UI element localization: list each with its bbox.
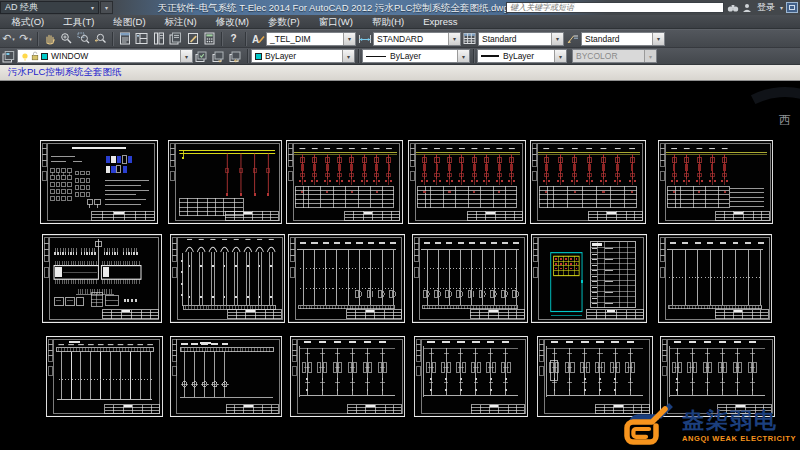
chevron-down-icon: ▾ <box>652 33 664 45</box>
table-style-combo[interactable]: Standard ▾ <box>478 32 564 46</box>
linetype-sample <box>366 56 386 57</box>
menu-item-4[interactable]: 标注(N) <box>155 15 206 29</box>
search-icon[interactable] <box>727 1 739 14</box>
color-value: ByLayer <box>265 51 296 61</box>
separator <box>247 49 248 63</box>
menu-item-9[interactable]: Express <box>414 15 467 29</box>
text-style-button[interactable]: A <box>250 31 266 47</box>
properties-palette-button[interactable] <box>117 31 133 47</box>
separator <box>358 49 359 63</box>
drawing-sheet-9 <box>288 234 405 323</box>
window-title: 天正软件-电气系统 T-Elec 2014 For AutoCAD 2012 污… <box>118 0 548 15</box>
dim-style-icon <box>358 32 372 45</box>
table-style-button[interactable] <box>462 31 478 47</box>
layer-properties-button[interactable] <box>1 48 17 64</box>
toolpalettes-icon <box>153 32 165 45</box>
login-label[interactable]: 登录 <box>755 1 777 14</box>
toolpalettes-button[interactable] <box>151 31 167 47</box>
layer-manager-icon <box>2 50 15 63</box>
zoom-previous-button[interactable] <box>93 31 109 47</box>
workspace-dropdown[interactable]: AD 经典 ▾ <box>0 1 99 14</box>
drawing-tab[interactable]: 污水PLC控制系统全套图纸 <box>0 66 121 79</box>
text-style-value: _TEL_DIM <box>270 34 311 44</box>
separator <box>37 32 38 46</box>
redo-icon: ↷ <box>19 32 28 45</box>
mleader-style-combo[interactable]: Standard ▾ <box>581 32 665 46</box>
drawing-sheet-8 <box>170 234 285 323</box>
search-input[interactable] <box>506 2 724 13</box>
chevron-down-icon: ▾ <box>342 50 354 62</box>
layer-combo[interactable]: WINDOW ▾ <box>17 49 193 63</box>
chevron-down-icon: ▾ <box>554 50 566 62</box>
separator <box>473 49 474 63</box>
drawing-sheet-11 <box>531 234 647 323</box>
pan-button[interactable] <box>42 31 58 47</box>
redo-button[interactable]: ↷▾ <box>18 31 34 47</box>
menu-item-7[interactable]: 窗口(W) <box>309 15 362 29</box>
menu-item-3[interactable]: 绘图(D) <box>104 15 155 29</box>
table-style-icon <box>463 32 476 45</box>
drawing-canvas[interactable]: 西 盎柒弱电 ANGQI WEAK ELECTRICITY <box>0 81 800 450</box>
mleader-style-value: Standard <box>585 34 620 44</box>
infocenter-icon[interactable] <box>786 2 798 13</box>
toolbar-layers-properties: WINDOW ▾ ByLayer ▾ ByLayer ▾ ByLayer ▾ <box>0 47 800 65</box>
layer-states-icon <box>195 50 208 63</box>
sheetset-icon <box>169 32 182 45</box>
zoom-window-icon <box>77 32 90 45</box>
drawing-sheet-5 <box>530 140 646 224</box>
lineweight-combo[interactable]: ByLayer ▾ <box>477 49 567 63</box>
text-style-combo[interactable]: _TEL_DIM ▾ <box>266 32 356 46</box>
dim-style-combo[interactable]: STANDARD ▾ <box>373 32 461 46</box>
chevron-down-icon: ▾ <box>180 50 192 62</box>
side-panel-tab[interactable]: 西 <box>779 112 791 129</box>
mleader-style-button[interactable] <box>565 31 581 47</box>
undo-button[interactable]: ↶▾ <box>1 31 17 47</box>
text-style-icon: A <box>251 32 265 45</box>
layer-previous-button[interactable] <box>228 48 244 64</box>
linetype-value: ByLayer <box>390 51 421 61</box>
zoom-window-button[interactable] <box>76 31 92 47</box>
linetype-combo[interactable]: ByLayer ▾ <box>362 49 470 63</box>
chevron-down-icon: ▾ <box>644 50 656 62</box>
designcenter-button[interactable] <box>134 31 150 47</box>
color-combo[interactable]: ByLayer ▾ <box>251 49 355 63</box>
help-button[interactable]: ? <box>226 31 242 47</box>
chevron-down-icon: ▾ <box>29 36 32 42</box>
chevron-down-icon[interactable]: ▾ <box>780 4 783 11</box>
markup-set-button[interactable] <box>185 31 201 47</box>
quickcalc-button[interactable] <box>202 31 218 47</box>
menu-item-8[interactable]: 帮助(H) <box>362 15 413 29</box>
drawing-tab-bar: 污水PLC控制系统全套图纸 <box>0 65 800 81</box>
calculator-icon <box>204 32 215 45</box>
undo-icon: ↶ <box>2 32 11 45</box>
plot-style-value: BYCOLOR <box>576 51 618 61</box>
sheetset-manager-button[interactable] <box>168 31 184 47</box>
pan-hand-icon <box>43 32 56 45</box>
watermark-en: ANGQI WEAK ELECTRICITY <box>682 434 796 443</box>
color-swatch <box>255 53 262 60</box>
chevron-down-icon: ▾ <box>551 33 563 45</box>
drawing-sheet-13 <box>46 336 163 417</box>
plot-style-combo: BYCOLOR ▾ <box>572 49 657 63</box>
drawing-sheet-16 <box>414 336 528 417</box>
menu-item-6[interactable]: 参数(P) <box>259 15 310 29</box>
chevron-down-icon: ▾ <box>105 4 108 11</box>
drawing-sheet-14 <box>170 336 282 417</box>
toolbar-standard: ↶▾ ↷▾ <box>0 29 800 47</box>
separator <box>221 32 222 46</box>
layer-states-button[interactable] <box>194 48 210 64</box>
zoom-realtime-button[interactable] <box>59 31 75 47</box>
zoom-previous-icon <box>94 32 107 45</box>
application-window: AD 经典 ▾ ▾ 天正软件-电气系统 T-Elec 2014 For Auto… <box>0 0 800 450</box>
menu-item-5[interactable]: 修改(M) <box>206 15 258 29</box>
chevron-down-icon: ▾ <box>91 4 94 11</box>
title-bar: AD 经典 ▾ ▾ 天正软件-电气系统 T-Elec 2014 For Auto… <box>0 0 800 15</box>
menu-item-1[interactable]: 格式(O) <box>2 15 54 29</box>
lineweight-value: ByLayer <box>503 51 534 61</box>
user-icon[interactable] <box>742 1 752 14</box>
dim-style-button[interactable] <box>357 31 373 47</box>
menu-item-2[interactable]: 工具(T) <box>54 15 104 29</box>
toolbar-overflow-button[interactable]: ▾ <box>100 1 113 14</box>
drawing-sheet-4 <box>408 140 526 224</box>
make-object-layer-current-button[interactable] <box>211 48 227 64</box>
